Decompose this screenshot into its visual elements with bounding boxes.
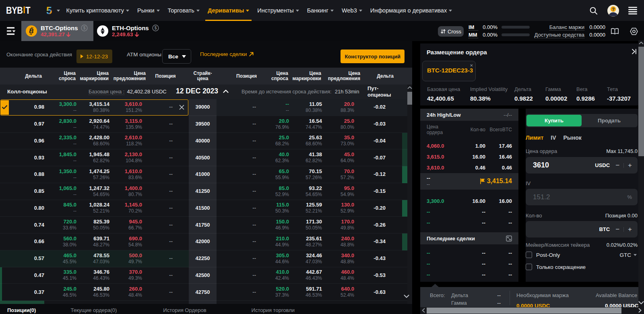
call-position[interactable]: --: [142, 233, 189, 250]
bottom-tab-4[interactable]: История торговли: [252, 307, 295, 313]
put-ask[interactable]: 25.080.0%: [322, 116, 354, 133]
nav-item-6[interactable]: Банкинг: [303, 0, 338, 21]
nav-item-1[interactable]: Купить криптовалюту: [62, 0, 133, 21]
put-delta[interactable]: -0.07: [354, 149, 388, 166]
call-mark[interactable]: 2,428.0068.60%: [76, 133, 109, 150]
expiry-date-chip[interactable]: 12-12-23: [76, 50, 112, 63]
bottom-tab-2[interactable]: Текущие ордера(0): [70, 307, 117, 313]
call-delta[interactable]: 0.47: [0, 267, 44, 284]
put-position[interactable]: --: [217, 166, 258, 183]
put-delta[interactable]: -0.34: [354, 233, 388, 250]
put-bid[interactable]: 410.042.4%: [258, 267, 289, 284]
put-position[interactable]: --: [217, 284, 258, 301]
ask-row[interactable]: 4,060.01.0017.46: [420, 140, 518, 151]
call-position[interactable]: --: [142, 133, 189, 150]
put-mark[interactable]: 235.6148.27%: [289, 233, 322, 250]
plus-button[interactable]: +: [628, 162, 632, 169]
strike-price[interactable]: 40000: [189, 133, 217, 150]
ask-row[interactable]: 3,610.00.460.46: [420, 162, 518, 173]
put-bid[interactable]: 520.037.3%: [258, 284, 289, 301]
call-bid[interactable]: 245.046.5%: [44, 284, 76, 301]
orderbook-guide-button[interactable]: [611, 27, 619, 35]
strike-price[interactable]: 42000: [189, 233, 217, 250]
call-ask[interactable]: 370.049.3%: [109, 267, 142, 284]
call-ask[interactable]: 1,610.083.6%: [109, 166, 142, 183]
expiry-date-group[interactable]: 12 DEC 2023: [176, 87, 229, 95]
put-position[interactable]: --: [217, 267, 258, 284]
nav-item-3[interactable]: Торговать: [164, 0, 204, 21]
call-delta[interactable]: 0.80: [0, 200, 44, 217]
call-delta[interactable]: 0.88: [0, 166, 44, 183]
put-ask[interactable]: 35.073.0%: [322, 133, 354, 150]
put-ask[interactable]: 240.048.8%: [322, 233, 354, 250]
put-bid[interactable]: 85.052.9%: [258, 183, 289, 200]
panel-vertical-scrollbar[interactable]: [638, 40, 644, 307]
call-position[interactable]: --: [142, 166, 189, 183]
call-mark[interactable]: 825.3950.05%: [76, 217, 109, 233]
bid-row[interactable]: ------: [420, 217, 518, 228]
bottom-tab-3[interactable]: История Ордеров: [163, 307, 206, 313]
put-ask[interactable]: 170.049.8%: [322, 217, 354, 233]
strike-price[interactable]: 42750: [189, 284, 217, 301]
call-ask[interactable]: 3,115.0135.9%: [109, 116, 142, 133]
call-bid[interactable]: 845.0--: [44, 200, 76, 217]
mark-price[interactable]: 3,415.14: [479, 178, 512, 185]
put-delta[interactable]: -0.63: [354, 284, 388, 301]
put-position[interactable]: --: [217, 183, 258, 200]
call-delta[interactable]: 0.74: [0, 217, 44, 233]
call-bid[interactable]: 1,065.0--: [44, 183, 76, 200]
call-mark[interactable]: 1,474.2557.26%: [76, 166, 109, 183]
call-bid[interactable]: 2,335.0--: [44, 133, 76, 150]
put-ask[interactable]: 460.048.4%: [322, 267, 354, 284]
call-bid[interactable]: 720.033.6%: [44, 217, 76, 233]
call-ask[interactable]: 1,400.080.7%: [109, 183, 142, 200]
call-mark[interactable]: 1,247.3254.65%: [76, 183, 109, 200]
scroll-down-icon[interactable]: [404, 295, 410, 301]
nav-item-2[interactable]: Рынки: [133, 0, 164, 21]
put-position[interactable]: --: [217, 116, 258, 133]
call-position[interactable]: --: [142, 217, 189, 233]
call-position[interactable]: --: [142, 183, 189, 200]
bybit-logo[interactable]: BYBIT: [6, 5, 30, 16]
call-ask[interactable]: 260.048.4%: [109, 284, 142, 301]
atm-options-select[interactable]: Все: [162, 49, 191, 64]
bid-row[interactable]: 3,300.016.0016.00: [420, 196, 518, 207]
iv-input[interactable]: 151.2%: [526, 189, 638, 205]
call-bid[interactable]: 560.038.0%: [44, 233, 76, 250]
call-mark[interactable]: 1,945.4862.82%: [76, 149, 109, 166]
call-position[interactable]: --: [142, 200, 189, 217]
put-mark[interactable]: 25.6368.60%: [289, 133, 322, 150]
sell-button[interactable]: Продать: [582, 115, 637, 126]
put-delta[interactable]: -0.02: [354, 99, 388, 116]
call-delta[interactable]: 0.37: [0, 284, 44, 301]
plus-button[interactable]: +: [628, 226, 632, 233]
chain-scrollbar[interactable]: [407, 85, 412, 304]
put-mark[interactable]: 442.6746.43%: [289, 267, 322, 284]
scroll-up-icon[interactable]: [407, 86, 412, 89]
minus-button[interactable]: −: [615, 162, 619, 169]
call-ask[interactable]: 1,145.070.2%: [109, 200, 142, 217]
instrument-list-button[interactable]: [6, 26, 17, 36]
put-ask[interactable]: 95.054.9%: [322, 183, 354, 200]
put-bid[interactable]: 25.068.2%: [258, 133, 289, 150]
put-bid[interactable]: 40.062.3%: [258, 149, 289, 166]
put-ask[interactable]: 130.052.9%: [322, 200, 354, 217]
call-bid[interactable]: 1,350.0--: [44, 166, 76, 183]
call-position[interactable]: --: [142, 116, 189, 133]
put-position[interactable]: --: [217, 149, 258, 166]
call-mark[interactable]: 346.7646.43%: [76, 267, 109, 284]
call-mark[interactable]: 2,920.6474.47%: [76, 116, 109, 133]
put-delta[interactable]: -0.12: [354, 166, 388, 183]
instrument-tab-eth[interactable]: ETH-Options$2,249.63: [93, 21, 165, 41]
put-mark[interactable]: 11.0580.38%: [289, 99, 322, 116]
call-delta[interactable]: 0.96: [0, 133, 44, 150]
instrument-tab-btc[interactable]: BBTC-Options$42,391.27: [21, 21, 93, 41]
put-bid[interactable]: 150.046.9%: [258, 217, 289, 233]
strike-price[interactable]: 39500: [189, 116, 217, 133]
search-button[interactable]: [589, 6, 598, 15]
qty-input[interactable]: BTC−+: [526, 221, 638, 238]
put-delta[interactable]: -0.04: [354, 133, 388, 150]
call-position[interactable]: --: [142, 284, 189, 301]
order-type-tab-1[interactable]: Лимит: [526, 134, 543, 141]
strike-price[interactable]: 41500: [189, 200, 217, 217]
